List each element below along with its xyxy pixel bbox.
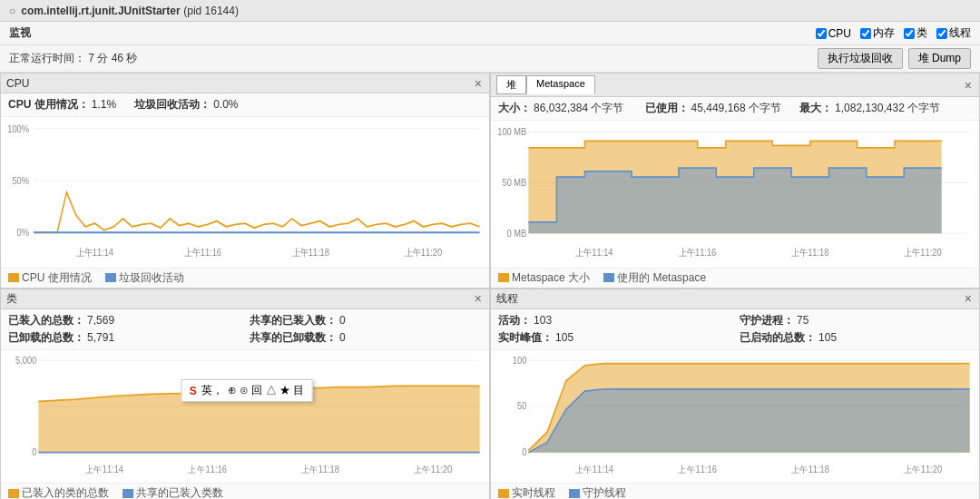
svg-text:上午11:18: 上午11:18 — [791, 247, 829, 258]
heap-stats: 大小： 86,032,384 个字节 已使用： 45,449,168 个字节 最… — [491, 97, 979, 121]
svg-text:0%: 0% — [17, 227, 29, 238]
panels-container: CPU × CPU 使用情况： 1.1% 垃圾回收活动： 0.0% 100% 5… — [0, 73, 980, 499]
cpu-legend-orange: CPU 使用情况 — [8, 270, 92, 286]
threads-panel-header: 线程 × — [491, 289, 979, 309]
svg-text:上午11:18: 上午11:18 — [791, 464, 829, 474]
threads-close-button[interactable]: × — [963, 292, 974, 305]
classes-legend-label-orange: 已装入的类的总数 — [22, 485, 109, 499]
checkbox-cpu-label: CPU — [828, 27, 851, 40]
cpu-legend-color-blue — [105, 273, 116, 282]
threads-legend-color-orange — [498, 489, 509, 498]
checkbox-class[interactable]: 类 — [904, 25, 927, 41]
svg-text:上午11:14: 上午11:14 — [76, 247, 113, 258]
monitor-header: 监视 CPU 内存 类 线程 — [0, 22, 980, 45]
heap-legend-label-blue: 使用的 Metaspace — [617, 270, 706, 286]
cpu-legend-label-blue: 垃圾回收活动 — [119, 270, 184, 286]
heap-legend-orange: Metaspace 大小 — [498, 270, 590, 286]
threads-total-stat: 已启动的总数： 105 — [740, 330, 972, 346]
svg-text:上午11:16: 上午11:16 — [188, 464, 226, 474]
classes-panel-title: 类 — [6, 291, 17, 307]
svg-text:0 MB: 0 MB — [507, 228, 527, 239]
checkbox-memory-label: 内存 — [873, 25, 895, 41]
tooltip-icons: ⊕ ⊙ 回 △ ★ 目 — [228, 383, 305, 398]
svg-text:上午11:18: 上午11:18 — [301, 464, 339, 474]
classes-shared-unloaded-stat: 共享的已卸载数： 0 — [250, 330, 482, 346]
uptime-text: 正常运行时间： 7 分 46 秒 — [9, 51, 137, 66]
tab-heap[interactable]: 堆 — [496, 75, 526, 94]
heap-panel-header: 堆 Metaspace × — [491, 73, 979, 97]
classes-shared-loaded-stat: 共享的已装入数： 0 — [250, 313, 482, 328]
classes-chart: 5,000 0 上午11:14 上午11:16 上午11:18 上午11:20 — [1, 350, 489, 484]
svg-text:50 MB: 50 MB — [502, 177, 526, 188]
svg-text:上午11:20: 上午11:20 — [405, 247, 442, 258]
cpu-panel-header: CPU × — [1, 73, 489, 93]
heap-legend-label-orange: Metaspace 大小 — [512, 270, 590, 286]
heap-dump-button[interactable]: 堆 Dump — [908, 48, 971, 69]
heap-legend-color-blue — [603, 273, 614, 282]
cpu-close-button[interactable]: × — [473, 77, 484, 90]
heap-panel: 堆 Metaspace × 大小： 86,032,384 个字节 已使用： 45… — [490, 73, 980, 289]
classes-close-button[interactable]: × — [473, 292, 484, 305]
cpu-legend: CPU 使用情况 垃圾回收活动 — [1, 268, 489, 288]
svg-text:上午11:14: 上午11:14 — [85, 464, 124, 474]
checkbox-memory[interactable]: 内存 — [860, 25, 895, 41]
threads-panel-title: 线程 — [496, 291, 518, 307]
checkbox-cpu[interactable]: CPU — [816, 27, 851, 40]
monitor-label: 监视 — [9, 25, 31, 41]
threads-legend-color-blue — [569, 489, 580, 498]
cpu-stats: CPU 使用情况： 1.1% 垃圾回收活动： 0.0% — [1, 93, 489, 117]
gc-button[interactable]: 执行垃圾回收 — [818, 48, 903, 69]
classes-stats: 已装入的总数： 7,569 共享的已装入数： 0 已卸载的总数： 5,791 共… — [1, 309, 489, 350]
svg-text:上午11:14: 上午11:14 — [575, 464, 614, 474]
classes-unloaded-stat: 已卸载的总数： 5,791 — [8, 330, 240, 346]
svg-text:上午11:16: 上午11:16 — [679, 247, 717, 258]
svg-marker-43 — [528, 388, 969, 452]
tab-metaspace[interactable]: Metaspace — [526, 75, 595, 94]
gc-activity-stat: 垃圾回收活动： 0.0% — [134, 97, 238, 113]
classes-legend-color-blue — [122, 489, 133, 498]
threads-active-stat: 活动： 103 — [498, 313, 730, 328]
classes-panel: 类 × 已装入的总数： 7,569 共享的已装入数： 0 已卸载的总数： 5,7… — [0, 289, 490, 500]
threads-chart: 100 50 0 上午11:14 上午11:16 上午11:18 上午11:20 — [491, 350, 979, 484]
checkbox-thread[interactable]: 线程 — [936, 25, 971, 41]
app-icon: ○ — [9, 5, 15, 17]
cpu-chart: 100% 50% 0% 上午11:14 上午11:16 上午11:18 上午11… — [1, 117, 489, 268]
uptime-bar: 正常运行时间： 7 分 46 秒 执行垃圾回收 堆 Dump — [0, 45, 980, 73]
heap-legend-blue: 使用的 Metaspace — [603, 270, 706, 286]
svg-text:5,000: 5,000 — [15, 355, 37, 365]
svg-text:0: 0 — [522, 446, 527, 456]
classes-legend-label-blue: 共享的已装入类数 — [136, 485, 223, 499]
svg-text:上午11:20: 上午11:20 — [414, 464, 453, 474]
title-bar: ○ com.intellij.rt.junit.JUnitStarter (pi… — [0, 0, 980, 22]
heap-close-button[interactable]: × — [963, 79, 974, 92]
threads-peak-stat: 实时峰值： 105 — [498, 330, 730, 346]
threads-legend: 实时线程 守护线程 — [491, 483, 979, 499]
heap-legend: Metaspace 大小 使用的 Metaspace — [491, 268, 979, 288]
heap-chart: 100 MB 50 MB 0 MB 上午11:14 上午11:16 上午11:1… — [491, 121, 979, 268]
tooltip-s-icon: S — [190, 385, 197, 397]
cpu-panel: CPU × CPU 使用情况： 1.1% 垃圾回收活动： 0.0% 100% 5… — [0, 73, 490, 289]
svg-text:100 MB: 100 MB — [497, 126, 526, 137]
tooltip-text: 英， — [201, 383, 223, 398]
checkbox-class-label: 类 — [916, 25, 927, 41]
checkboxes-group: CPU 内存 类 线程 — [816, 25, 971, 41]
threads-panel: 线程 × 活动： 103 守护进程： 75 实时峰值： 105 已启动的总数： … — [490, 289, 980, 500]
classes-legend: 已装入的类的总数 共享的已装入类数 — [1, 483, 489, 499]
action-buttons: 执行垃圾回收 堆 Dump — [818, 48, 971, 69]
heap-max-stat: 最大： 1,082,130,432 个字节 — [799, 101, 940, 116]
cpu-legend-label-orange: CPU 使用情况 — [22, 270, 92, 286]
threads-legend-blue: 守护线程 — [569, 485, 626, 499]
threads-legend-label-orange: 实时线程 — [512, 485, 555, 499]
heap-legend-color-orange — [498, 273, 509, 282]
svg-text:0: 0 — [32, 446, 37, 456]
classes-panel-header: 类 × — [1, 289, 489, 309]
heap-tabs: 堆 Metaspace — [496, 75, 595, 94]
svg-text:上午11:14: 上午11:14 — [575, 247, 613, 258]
svg-text:50%: 50% — [12, 175, 29, 186]
classes-legend-blue: 共享的已装入类数 — [122, 485, 223, 499]
threads-legend-label-blue: 守护线程 — [583, 485, 626, 499]
svg-text:上午11:18: 上午11:18 — [292, 247, 329, 258]
threads-stats: 活动： 103 守护进程： 75 实时峰值： 105 已启动的总数： 105 — [491, 309, 979, 350]
svg-text:上午11:16: 上午11:16 — [184, 247, 221, 258]
app-title: com.intellij.rt.junit.JUnitStarter (pid … — [21, 4, 239, 17]
